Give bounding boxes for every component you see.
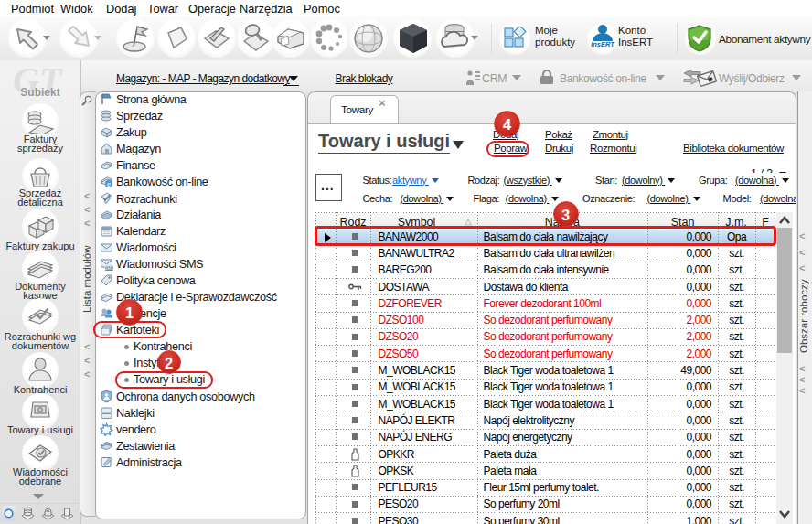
svg-text:e: e bbox=[107, 179, 111, 187]
svg-text:InsERT: InsERT bbox=[591, 40, 615, 48]
svg-text:SMS: SMS bbox=[105, 266, 113, 271]
